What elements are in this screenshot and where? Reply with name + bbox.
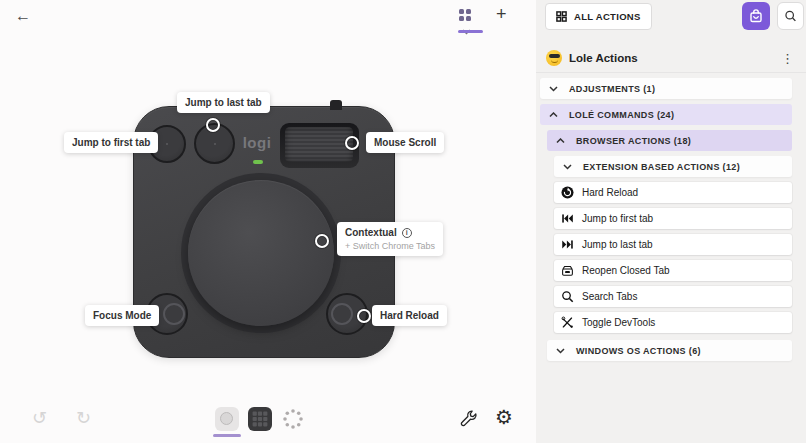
device-view-ring-toggle[interactable] (281, 407, 305, 431)
devtools-icon (561, 316, 574, 329)
app-window: ← + logi Jump to last (0, 0, 806, 443)
status-led (253, 160, 263, 164)
action-item-label: Search Tabs (582, 291, 637, 302)
search-icon (784, 9, 797, 23)
section-label: BROWSER ACTIONS (18) (576, 136, 691, 146)
dialpad-icon (220, 412, 233, 425)
scroll-roller[interactable] (285, 127, 353, 162)
grid-icon (556, 11, 567, 22)
action-item-label: Toggle DevTools (582, 317, 655, 328)
marketplace-button[interactable] (742, 2, 770, 30)
action-item-jump-to-last-tab[interactable]: Jump to last tab (554, 234, 792, 255)
device-view-keypad-toggle[interactable] (248, 407, 272, 431)
section-lole-commands[interactable]: LOLÉ COMMANDS (24) (540, 104, 792, 125)
callout-contextual-label: Contextual (345, 227, 397, 238)
shopping-bag-icon (748, 8, 764, 24)
chevron-up-icon (549, 112, 558, 118)
selected-device-underline (213, 434, 241, 437)
info-icon[interactable]: i (402, 228, 412, 238)
keypad-icon (248, 407, 272, 431)
jump-first-icon (561, 212, 574, 225)
wrench-icon[interactable] (458, 409, 478, 429)
action-item-label: Hard Reload (582, 187, 638, 198)
profile-title: Lole Actions (569, 52, 779, 64)
hard-reload-icon (561, 186, 574, 199)
callout-contextual[interactable]: Contextual i + Switch Chrome Tabs (337, 222, 443, 256)
main-dial[interactable] (188, 180, 334, 326)
undo-icon[interactable]: ↺ (26, 406, 53, 430)
device-view-dialpad-toggle[interactable] (215, 407, 239, 431)
section-label: LOLÉ COMMANDS (24) (569, 110, 674, 120)
chevron-down-icon (549, 86, 558, 92)
hotspot-contextual[interactable] (315, 234, 329, 248)
action-item-label: Reopen Closed Tab (582, 265, 670, 276)
cool-face-emoji-icon (546, 50, 562, 66)
action-item-label: Jump to first tab (582, 213, 653, 224)
hotspot-mouse-scroll[interactable] (345, 136, 359, 150)
callout-jump-to-last-tab[interactable]: Jump to last tab (177, 92, 270, 113)
chevron-up-icon (556, 138, 565, 144)
all-actions-label: ALL ACTIONS (574, 11, 641, 22)
search-button[interactable] (777, 2, 804, 30)
profile-header: Lole Actions ⋮ (536, 44, 806, 73)
device-canvas: ← + logi Jump to last (0, 0, 536, 443)
hotspot-hard-reload[interactable] (357, 309, 371, 323)
hotspot-jump-to-last-tab[interactable] (206, 118, 220, 132)
device-power-nub (330, 100, 342, 110)
callout-contextual-sublabel: + Switch Chrome Tabs (345, 241, 435, 251)
section-windows-os-actions[interactable]: WINDOWS OS ACTIONS (6) (547, 340, 792, 361)
action-item-hard-reload[interactable]: Hard Reload (554, 182, 792, 203)
device-tab-grid-icon[interactable] (459, 9, 471, 21)
section-label: ADJUSTMENTS (1) (569, 84, 655, 94)
callout-hard-reload[interactable]: Hard Reload (372, 305, 447, 326)
action-item-search-tabs[interactable]: Search Tabs (554, 286, 792, 307)
actions-tree: ADJUSTMENTS (1) LOLÉ COMMANDS (24) BROWS… (536, 78, 806, 366)
jump-last-icon (561, 238, 574, 251)
back-button[interactable]: ← (9, 5, 37, 27)
section-extension-based-actions[interactable]: EXTENSION BASED ACTIONS (12) (554, 156, 792, 177)
redo-icon[interactable]: ↻ (70, 406, 97, 430)
section-browser-actions[interactable]: BROWSER ACTIONS (18) (547, 130, 792, 151)
action-item-jump-to-first-tab[interactable]: Jump to first tab (554, 208, 792, 229)
logi-logo: logi (231, 134, 283, 151)
chevron-down-icon (556, 348, 565, 354)
kebab-menu-icon[interactable]: ⋮ (779, 51, 796, 66)
section-label: EXTENSION BASED ACTIONS (12) (583, 162, 740, 172)
section-adjustments[interactable]: ADJUSTMENTS (1) (540, 78, 792, 99)
callout-mouse-scroll[interactable]: Mouse Scroll (366, 132, 444, 153)
add-device-tab-button[interactable]: + (490, 3, 513, 26)
reopen-closed-tab-icon (561, 264, 574, 277)
actions-panel: ALL ACTIONS Lole Actions ⋮ (536, 0, 806, 443)
section-label: WINDOWS OS ACTIONS (6) (576, 346, 701, 356)
action-item-reopen-closed-tab[interactable]: Reopen Closed Tab (554, 260, 792, 281)
action-item-label: Jump to last tab (582, 239, 653, 250)
settings-gear-icon[interactable]: ⚙ (489, 404, 519, 430)
dot-ring-icon (281, 407, 305, 431)
callout-focus-mode[interactable]: Focus Mode (85, 305, 159, 326)
chevron-down-icon (563, 164, 572, 170)
callout-jump-to-first-tab[interactable]: Jump to first tab (64, 132, 158, 153)
search-icon (561, 290, 574, 303)
active-tab-underline (458, 30, 483, 33)
action-item-toggle-devtools[interactable]: Toggle DevTools (554, 312, 792, 333)
all-actions-button[interactable]: ALL ACTIONS (545, 3, 652, 30)
